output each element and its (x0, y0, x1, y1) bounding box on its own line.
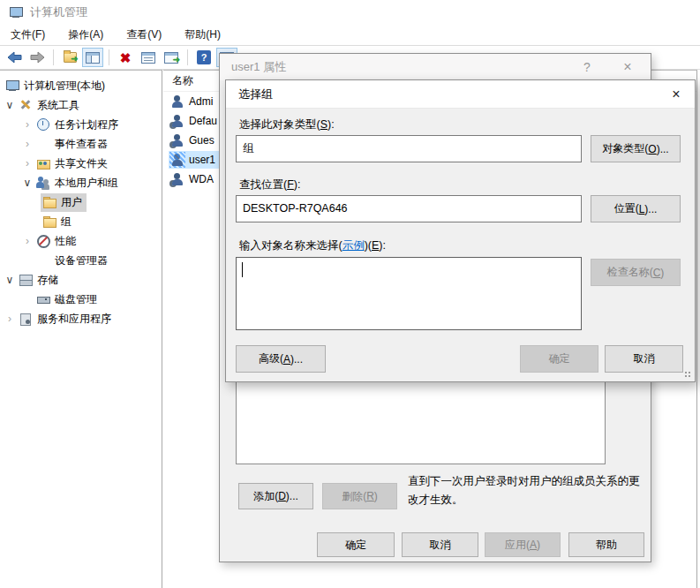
tree-item-label: 任务计划程序 (55, 117, 118, 132)
cancel-button[interactable]: 取消 (605, 345, 683, 373)
tree-item-9[interactable]: 设备管理器 (0, 251, 162, 270)
apply-button: 应用(A) (485, 532, 561, 557)
tree-item-label: 设备管理器 (55, 253, 108, 268)
users-icon (36, 176, 50, 190)
menu-file[interactable]: 文件(F) (2, 25, 54, 45)
tree-item-1[interactable]: ∨系统工具 (0, 95, 162, 115)
advanced-button[interactable]: 高级(A)... (236, 345, 326, 373)
window-title: 计算机管理 (30, 4, 87, 20)
shared-folder-icon (36, 156, 50, 170)
console-tree: 计算机管理(本地)∨系统工具›任务计划程序›事件查看器›共享文件夹∨本地用户和组… (0, 70, 162, 588)
object-names-label-suffix: )(E): (365, 239, 386, 252)
object-types-button[interactable]: 对象类型(O)... (591, 135, 681, 162)
list-item-label: Gues (189, 134, 215, 147)
chevron-right-icon[interactable]: › (20, 138, 34, 150)
remove-button: 删除(R) (322, 483, 397, 509)
toolbar-separator (53, 49, 54, 65)
tree-item-0[interactable]: 计算机管理(本地) (0, 76, 162, 95)
console-window-icon[interactable] (82, 48, 103, 67)
ok-button: 确定 (520, 345, 598, 373)
chevron-right-icon[interactable]: › (3, 313, 17, 325)
selection-overlay (169, 152, 185, 168)
computer-management-window: 计算机管理 文件(F) 操作(A) 查看(V) 帮助(H) ➜ ✖ ➜ ? 计 (0, 0, 700, 588)
performance-icon (36, 234, 50, 248)
disabled-account-badge: ↓ (169, 180, 177, 187)
tree-item-7[interactable]: 组 (0, 212, 162, 231)
folder-up-icon[interactable]: ➜ (59, 48, 80, 67)
title-bar: 计算机管理 (0, 0, 700, 25)
chevron-right-icon[interactable]: › (20, 118, 34, 131)
folder-icon (42, 215, 56, 229)
tree-item-label: 计算机管理(本地) (24, 79, 105, 94)
object-names-input[interactable] (236, 257, 582, 330)
tools-icon (19, 98, 33, 112)
tree-item-5[interactable]: ∨本地用户和组 (0, 173, 162, 192)
tree-item-label: 磁盘管理 (55, 292, 97, 307)
dialog-title-bar: 选择组 (226, 80, 695, 109)
delete-icon[interactable]: ✖ (115, 48, 136, 67)
back-arrow-icon[interactable] (4, 48, 25, 67)
storage-icon (19, 273, 33, 287)
location-label: 查找位置(F): (239, 177, 300, 192)
menu-action[interactable]: 操作(A) (59, 25, 112, 45)
chevron-down-icon[interactable]: ∨ (20, 177, 34, 189)
object-type-field[interactable]: 组 (236, 135, 582, 162)
chevron-right-icon[interactable]: › (20, 235, 34, 247)
tree-item-3[interactable]: ›事件查看器 (0, 134, 162, 154)
object-names-label-prefix: 输入对象名称来选择( (239, 239, 342, 252)
services-icon (19, 312, 33, 326)
tree-item-8[interactable]: ›性能 (0, 231, 162, 251)
check-names-button: 检查名称(C) (591, 259, 681, 286)
forward-arrow-icon[interactable] (26, 48, 48, 67)
tree-item-10[interactable]: ∨存储 (0, 270, 162, 290)
text-caret (242, 262, 243, 277)
cancel-button[interactable]: 取消 (402, 532, 478, 557)
list-item-label: WDA (189, 173, 214, 185)
chevron-down-icon[interactable]: ∨ (3, 274, 17, 286)
tree-item-label: 事件查看器 (55, 137, 108, 152)
tree-item-label: 服务和应用程序 (37, 312, 111, 327)
tree-item-label: 系统工具 (37, 98, 79, 113)
tree-item-label: 组 (61, 215, 72, 230)
tree-item-2[interactable]: ›任务计划程序 (0, 115, 162, 134)
properties-icon[interactable] (138, 48, 159, 67)
device-manager-icon (36, 253, 50, 268)
user-disabled-icon: ↓ (170, 133, 184, 147)
close-icon[interactable]: × (615, 54, 640, 80)
tree-item-label: 存储 (37, 273, 58, 288)
help-button[interactable]: 帮助 (568, 532, 644, 557)
close-icon[interactable]: × (663, 80, 689, 109)
tree-item-6[interactable]: 用户 (0, 192, 162, 212)
tree-item-label: 本地用户和组 (55, 176, 118, 191)
disabled-account-badge: ↓ (169, 122, 177, 129)
tree-item-4[interactable]: ›共享文件夹 (0, 154, 162, 173)
tree-item-label: 共享文件夹 (55, 156, 108, 171)
toolbar-separator (187, 49, 188, 65)
dialog-title: user1 属性 (231, 59, 286, 75)
ok-button[interactable]: 确定 (317, 532, 395, 557)
object-type-label: 选择此对象类型(S): (239, 117, 335, 132)
menu-help[interactable]: 帮助(H) (176, 25, 230, 45)
select-groups-dialog: 选择组 × 选择此对象类型(S): 组 对象类型(O)... 查找位置(F): … (225, 79, 696, 382)
list-item-label: Admi (189, 95, 213, 108)
dialog-help-button[interactable]: ? (575, 54, 599, 80)
membership-note: 直到下一次用户登录时对用户的组成员关系的更改才生效。 (408, 472, 644, 509)
tree-item-11[interactable]: 磁盘管理 (0, 290, 162, 309)
chevron-down-icon[interactable]: ∨ (3, 99, 17, 111)
location-field[interactable]: DESKTOP-R7QA646 (236, 195, 582, 222)
tree-item-12[interactable]: ›服务和应用程序 (0, 309, 162, 328)
locations-button[interactable]: 位置(L)... (591, 195, 681, 222)
resize-grip-icon[interactable] (685, 372, 692, 379)
user-disabled-icon: ↓ (170, 114, 184, 128)
list-item-label: user1 (189, 154, 215, 166)
export-list-icon[interactable]: ➜ (161, 48, 182, 67)
object-names-label: 输入对象名称来选择(示例)(E): (239, 238, 386, 253)
examples-link[interactable]: 示例 (342, 239, 365, 252)
list-item-label: Defau (189, 115, 217, 127)
menu-view[interactable]: 查看(V) (117, 25, 170, 45)
user-selected-icon (170, 153, 184, 167)
add-button[interactable]: 添加(D)... (238, 483, 313, 509)
folder-icon (42, 195, 56, 209)
chevron-right-icon[interactable]: › (20, 157, 34, 170)
help-icon[interactable]: ? (193, 48, 215, 67)
